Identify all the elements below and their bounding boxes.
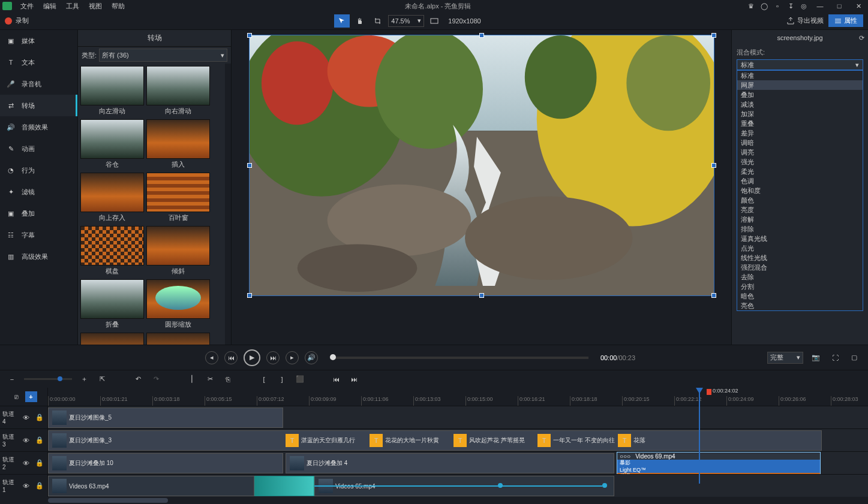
download-icon[interactable]: ↧	[786, 2, 795, 10]
blend-option[interactable]: 调暗	[737, 138, 863, 147]
text-marker[interactable]: T	[286, 434, 299, 447]
add-track-button[interactable]: +	[25, 391, 37, 402]
volume-line[interactable]	[314, 485, 602, 487]
transition-item[interactable]: 倾斜	[146, 226, 210, 277]
track-lock-icon[interactable]: 🔒	[34, 480, 45, 492]
transitions-scrollbar[interactable]: ▾	[225, 64, 231, 345]
play-button[interactable]: ▶	[244, 349, 260, 366]
blend-option[interactable]: 逼真光线	[737, 234, 863, 243]
sidebar-item-voice[interactable]: 🎤录音机	[0, 73, 77, 95]
sidebar-item-audio-fx[interactable]: 🔊音频效果	[0, 116, 77, 138]
timeline-clip[interactable]: 夏日沙滩叠加 10	[48, 453, 283, 473]
resize-handle[interactable]	[711, 293, 716, 298]
next-frame-button[interactable]: ▸	[286, 351, 299, 364]
blend-option[interactable]: 重叠	[737, 119, 863, 128]
zoom-out-button[interactable]: −	[6, 373, 18, 385]
timeline-clip[interactable]: 夏日沙滩图像_5	[48, 408, 283, 428]
properties-button[interactable]: 属性	[828, 14, 863, 27]
transition-item[interactable]	[80, 333, 144, 345]
menu-view[interactable]: 视图	[84, 1, 107, 12]
resize-handle[interactable]	[711, 163, 716, 168]
text-marker[interactable]: T	[370, 434, 383, 447]
step-fwd-button[interactable]: ⏭	[266, 351, 280, 364]
track-visibility-icon[interactable]: 👁	[20, 434, 31, 446]
blend-option[interactable]: 减淡	[737, 99, 863, 109]
aspect-icon[interactable]	[427, 14, 442, 28]
track-visibility-icon[interactable]: 👁	[20, 480, 31, 492]
transition-clip[interactable]	[254, 476, 314, 496]
volume-button[interactable]: 🔊	[305, 351, 318, 364]
resize-handle[interactable]	[711, 33, 716, 38]
clip-effect[interactable]: 标语	[617, 473, 820, 474]
menu-tools[interactable]: 工具	[61, 1, 84, 12]
zoom-fit-button[interactable]: ⇱	[96, 373, 108, 385]
transitions-grid[interactable]: 向左滑动 向右滑动 谷仓 插入 向上存入 百叶窗 棋盘 倾斜 折叠 圆形缩放	[78, 64, 225, 345]
end-marker[interactable]	[707, 389, 711, 395]
track-visibility-icon[interactable]: 👁	[20, 412, 31, 424]
transition-item[interactable]	[146, 333, 210, 345]
blend-option[interactable]: 线性光线	[737, 253, 863, 262]
blend-option[interactable]: 排除	[737, 224, 863, 234]
blend-option[interactable]: 亮度	[737, 205, 863, 215]
mark-out-button[interactable]: ]	[276, 373, 288, 385]
eye-icon[interactable]: ◎	[800, 2, 808, 10]
window-maximize[interactable]: □	[832, 1, 846, 11]
sidebar-item-text[interactable]: T文本	[0, 52, 77, 73]
volume-keyframe[interactable]	[602, 483, 607, 488]
save-icon[interactable]: ▫	[773, 2, 782, 10]
playhead[interactable]	[699, 388, 700, 484]
transition-item[interactable]: 谷仓	[80, 119, 144, 170]
export-video-button[interactable]: 导出视频	[786, 16, 824, 25]
menu-file[interactable]: 文件	[16, 1, 38, 12]
blend-mode-select[interactable]: 标准▾	[737, 59, 863, 70]
track-lock-icon[interactable]: 🔒	[34, 412, 45, 424]
playback-scrubber[interactable]	[330, 357, 588, 359]
refresh-icon[interactable]: ⟳	[859, 34, 864, 42]
track-visibility-icon[interactable]: 👁	[20, 457, 31, 469]
resize-handle[interactable]	[247, 293, 252, 298]
transition-item[interactable]: 棋盘	[80, 226, 144, 277]
fit-select[interactable]: 完整▾	[767, 352, 803, 364]
marker-button[interactable]: ⬛	[294, 373, 306, 385]
blend-option[interactable]: 网屏	[737, 80, 863, 90]
window-close[interactable]: ✕	[851, 1, 866, 11]
menu-help[interactable]: 帮助	[107, 1, 130, 12]
undo-button[interactable]: ↶	[132, 373, 144, 385]
volume-keyframe[interactable]	[498, 483, 503, 488]
transition-item[interactable]: 向右滑动	[146, 66, 210, 117]
track-lock-icon[interactable]: 🔒	[34, 434, 45, 446]
timeline-clip[interactable]: Videos 63.mp4	[48, 476, 254, 496]
tool-crop[interactable]	[370, 14, 386, 28]
tool-select[interactable]	[334, 14, 350, 28]
resize-handle[interactable]	[479, 33, 484, 38]
prev-frame-button[interactable]: ◂	[205, 351, 218, 364]
timeline-h-scrollbar[interactable]	[0, 497, 868, 504]
clip-effect[interactable]: Light EQ™	[617, 466, 820, 473]
transition-item[interactable]: 向左滑动	[80, 66, 144, 117]
blend-option[interactable]: 分割	[737, 282, 863, 291]
blend-option[interactable]: 强光	[737, 157, 863, 167]
blend-option[interactable]: 点光	[737, 243, 863, 253]
timeline-zoom-slider[interactable]	[24, 378, 72, 380]
blend-option[interactable]: 加深	[737, 109, 863, 119]
transition-type-select[interactable]: 所有 (36)▾	[99, 49, 227, 62]
blend-option[interactable]: 饱和度	[737, 186, 863, 195]
record-label[interactable]: 录制	[16, 16, 29, 25]
transition-item[interactable]: 圆形缩放	[146, 279, 210, 330]
zoom-in-button[interactable]: ＋	[78, 373, 90, 385]
text-marker[interactable]: T	[618, 434, 631, 447]
resize-handle[interactable]	[247, 163, 252, 168]
sidebar-item-subtitle[interactable]: ☷字幕	[0, 224, 77, 246]
zoom-percent-select[interactable]: 47.5%▾	[388, 15, 424, 27]
resize-handle[interactable]	[247, 33, 252, 38]
sidebar-item-advanced[interactable]: ▥高级效果	[0, 246, 77, 267]
timeline-clip-selected[interactable]: ○○○Videos 69.mp4 暴影 Light EQ™ 标语	[617, 452, 821, 474]
goto-start-button[interactable]: ⏮	[330, 373, 342, 385]
mark-in-button[interactable]: [	[258, 373, 270, 385]
record-dot-icon[interactable]	[5, 17, 12, 25]
blend-option[interactable]: 去除	[737, 272, 863, 282]
snapshot-button[interactable]: 📷	[809, 351, 822, 364]
blend-option[interactable]: 色调	[737, 176, 863, 186]
blend-option[interactable]: 亮色	[737, 301, 863, 310]
transition-item[interactable]: 百叶窗	[146, 173, 210, 224]
